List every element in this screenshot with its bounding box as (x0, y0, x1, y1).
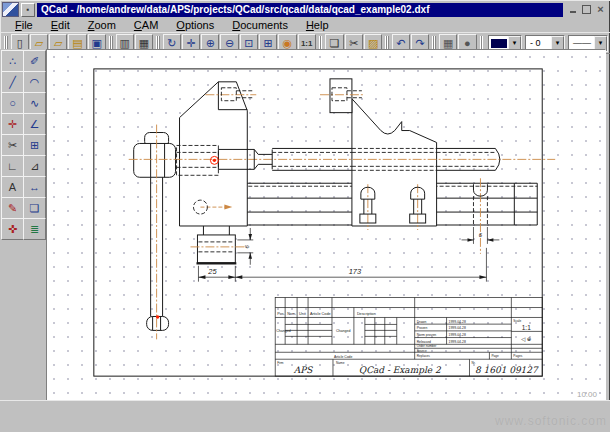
tool-draw-point[interactable]: ∴ (1, 50, 24, 72)
pin-icon[interactable]: ▪ (21, 3, 35, 17)
dimensions: 25 173 6 6 (198, 227, 499, 282)
zoom-window-icon: ⊡ (244, 37, 253, 50)
pencil-point-icon: ✐ (30, 55, 39, 68)
tool-layers[interactable]: ≣ (23, 218, 46, 240)
tb-changed-1: Changed (276, 329, 291, 333)
tool-draw-line[interactable]: ╱ (1, 71, 24, 93)
watermark: www.softonic.com (495, 414, 607, 428)
tb-article-code: Article Code (310, 312, 331, 316)
tb-description: Description (357, 312, 376, 316)
tb-name-value: QCad - Example 2 (359, 365, 442, 375)
tb-page: Page (491, 354, 499, 358)
menu-file[interactable]: File (6, 18, 42, 32)
tool-chamfer[interactable]: ⊿ (23, 155, 46, 177)
tb-firm-value: APS (293, 365, 313, 375)
menu-documents[interactable]: Documents (223, 18, 297, 32)
minimize-icon (570, 11, 576, 13)
width-value: - 0 (528, 38, 550, 48)
zoom-auto-icon: ◉ (283, 37, 293, 50)
tool-draw-polyline[interactable]: ∿ (23, 92, 46, 114)
mouse-icon: ● (464, 37, 471, 49)
linetype-value: —— (571, 38, 593, 48)
dim-173: 173 (349, 267, 362, 276)
chamfer-icon: ⊿ (30, 160, 39, 173)
dim-6-hole: 6 (479, 232, 483, 238)
zoom-out-icon: ⊖ (225, 37, 234, 50)
open-folder-icon: ▱ (35, 37, 43, 50)
toolbar-separator (319, 36, 323, 50)
tool-dimension[interactable]: ↔ (23, 176, 46, 198)
qcad-window: ▪ QCad - /home/andrew/data/APS/projects/… (0, 0, 610, 432)
tool-draw-circle[interactable]: ○ (1, 92, 24, 114)
fillet-icon: ∟ (7, 160, 18, 172)
point-icon: ∴ (9, 55, 16, 68)
zoom-pan-icon: ⊞ (264, 37, 273, 50)
tb-pages: Pages (513, 354, 522, 358)
menu-edit[interactable]: Edit (42, 18, 79, 32)
undo-icon: ↶ (396, 37, 405, 50)
menu-options[interactable]: Options (167, 18, 223, 32)
zoom-in-icon: ⊕ (206, 37, 215, 50)
tb-name-label: Name (336, 361, 345, 365)
tb-source: Source (417, 349, 427, 353)
title-block: Pos. Nom. Unit Article Code Description … (275, 298, 542, 377)
minimize-button[interactable] (566, 3, 579, 16)
tool-snap[interactable]: ✛ (1, 113, 24, 135)
tb-scale-label: Scale (513, 319, 521, 323)
layers-list-icon: ≣ (30, 223, 39, 236)
dim-25: 25 (207, 267, 217, 276)
tool-text[interactable]: A (1, 176, 24, 198)
copy-sheet-icon: ❏ (30, 202, 40, 215)
tool-blocks[interactable]: ⊞ (23, 134, 46, 156)
text-icon: A (9, 181, 16, 193)
menu-cam[interactable]: CAM (125, 18, 167, 32)
close-button[interactable]: × (594, 3, 607, 16)
blocks-icon: ⊞ (30, 139, 39, 152)
drawing-canvas[interactable]: 25 173 6 6 (46, 49, 606, 401)
maximize-button[interactable] (580, 3, 593, 16)
tb-proven-date: 1999-04-28 (449, 326, 466, 330)
menu-help[interactable]: Help (297, 18, 338, 32)
redo-icon: ↷ (416, 37, 425, 50)
dim-6-plate: 6 (244, 245, 250, 249)
tool-copy[interactable]: ❏ (23, 197, 46, 219)
movable-jaw (180, 82, 248, 263)
tb-unit: Unit (299, 312, 307, 316)
line-icon: ╱ (9, 76, 16, 89)
clipboard-icon: ▨ (368, 37, 378, 50)
tb-firm-label: Firm (277, 361, 284, 365)
tool-edit-point[interactable]: ✐ (23, 50, 46, 72)
tool-edit[interactable]: ✎ (1, 197, 24, 219)
cad-toolbox: ∴ ✐ ╱ ◠ ○ ∿ ✛ ∠ ✂ ⊞ ∟ ⊿ A ↔ ✎ ❏ ✜ ≣ (0, 49, 46, 401)
zoom-1-1-icon: 1:1 (301, 39, 313, 48)
folder-out-icon: ▤ (72, 37, 82, 50)
print-preview-icon: ▥ (119, 37, 129, 50)
polyline-icon: ∿ (30, 97, 39, 110)
tb-changed-2: Changed (336, 329, 351, 333)
copy-icon: ❏ (330, 37, 340, 50)
tool-move[interactable]: ✜ (1, 218, 24, 240)
tb-article-code-2: Article Code (334, 355, 353, 359)
tool-draw-arc[interactable]: ◠ (23, 71, 46, 93)
projection-symbol-icon: ◁ ⊕ (521, 336, 531, 342)
zoom-pointer-icon: ✛ (186, 37, 195, 50)
app-icon (2, 2, 19, 17)
edit-pencil-icon: ✎ (8, 202, 17, 215)
tool-tangent[interactable]: ∠ (23, 113, 46, 135)
toolbar-handle[interactable] (4, 36, 8, 50)
tool-fillet[interactable]: ∟ (1, 155, 24, 177)
tool-trim[interactable]: ✂ (1, 134, 24, 156)
toolbar-separator (109, 36, 113, 50)
window-title: QCad - /home/andrew/data/APS/projects/QC… (37, 3, 563, 17)
toolbar-separator (385, 36, 389, 50)
statusbar: www.softonic.com (0, 400, 610, 432)
tb-released-date: 1999-04-28 (449, 340, 466, 344)
toolbar-separator (156, 36, 160, 50)
tb-proven-label: Proven (417, 326, 428, 330)
tb-drawn-label: Drawn (417, 320, 427, 324)
tb-pos: Pos. (277, 312, 285, 316)
move-cross-icon: ✜ (8, 223, 17, 236)
redraw-icon: ↻ (167, 37, 176, 50)
handle-assembly (134, 133, 176, 331)
menu-zoom[interactable]: Zoom (79, 18, 125, 32)
